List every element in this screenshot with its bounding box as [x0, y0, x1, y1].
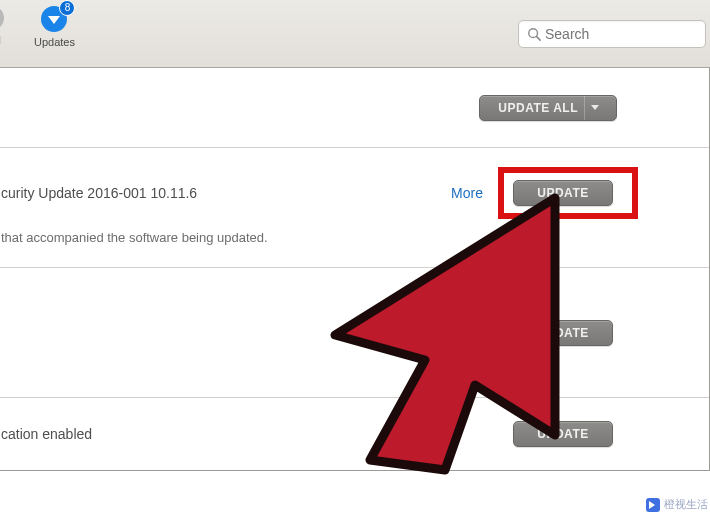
watermark-icon: [646, 498, 660, 512]
update-all-button[interactable]: UPDATE ALL: [479, 95, 617, 121]
more-link[interactable]: More: [451, 185, 483, 201]
button-label: UPDATE: [537, 326, 588, 340]
update-button[interactable]: UPDATE: [513, 180, 613, 206]
button-label: UPDATE ALL: [498, 101, 578, 115]
search-icon: [527, 27, 541, 41]
button-label: UPDATE: [537, 186, 588, 200]
toolbar-tab-label: Updates: [34, 36, 75, 48]
update-item-description: that accompanied the software being upda…: [0, 222, 681, 267]
watermark: 橙视生活: [646, 497, 708, 512]
purchased-icon: [0, 6, 4, 30]
update-item-bottom: cation enabled UPDATE: [0, 398, 709, 470]
button-label: UPDATE: [537, 427, 588, 441]
toolbar-tab-purchased[interactable]: sed: [0, 6, 4, 48]
update-item-middle: UPDATE: [0, 268, 709, 398]
updates-badge: 8: [59, 0, 75, 16]
search-input[interactable]: [545, 26, 697, 42]
updates-pane: UPDATE ALL curity Update 2016-001 10.11.…: [0, 68, 710, 471]
watermark-text: 橙视生活: [664, 497, 708, 512]
toolbar: sed 8 Updates: [0, 0, 710, 68]
toolbar-tab-label: sed: [0, 34, 1, 46]
update-item-security: curity Update 2016-001 10.11.6 More UPDA…: [0, 148, 709, 268]
update-item-title: curity Update 2016-001 10.11.6: [1, 185, 197, 201]
toolbar-items: sed 8 Updates: [0, 6, 75, 48]
toolbar-tab-updates[interactable]: 8 Updates: [34, 6, 75, 48]
updates-icon: 8: [41, 6, 67, 32]
update-button[interactable]: UPDATE: [513, 320, 613, 346]
update-button[interactable]: UPDATE: [513, 421, 613, 447]
search-field[interactable]: [518, 20, 706, 48]
svg-line-1: [537, 37, 541, 41]
chevron-down-icon: [584, 96, 598, 120]
update-all-row: UPDATE ALL: [0, 68, 709, 148]
update-item-title: cation enabled: [1, 426, 92, 442]
